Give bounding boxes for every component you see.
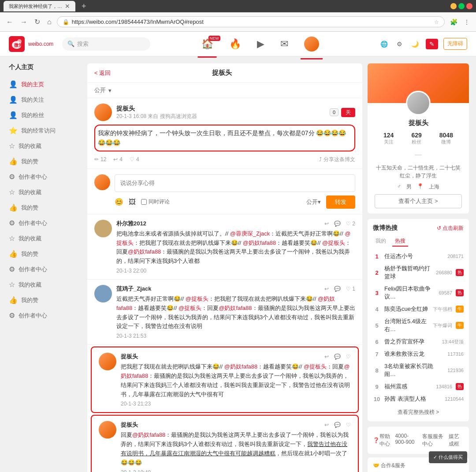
home-btn[interactable]: ⌂ bbox=[45, 16, 53, 28]
image-btn[interactable]: 🖼 bbox=[129, 198, 136, 206]
sidebar-item-collect4[interactable]: ☆ 我的收藏 bbox=[7, 277, 82, 292]
user-stat-weibo[interactable]: 8048 微博 bbox=[439, 132, 453, 145]
comment-stat[interactable]: ✏ 12 bbox=[94, 156, 106, 163]
reply-comment-4[interactable]: 💬 bbox=[334, 422, 341, 428]
view-profile-btn[interactable]: 查看个人主页 > bbox=[375, 194, 462, 208]
reply-mention-4a[interactable]: @奶奴fafa88 bbox=[132, 431, 165, 438]
post-username[interactable]: 捉板头 bbox=[116, 105, 197, 113]
emoji-btn[interactable]: 😊 bbox=[115, 198, 123, 206]
back-nav-btn[interactable]: ← bbox=[4, 16, 15, 28]
reply-mention-1a[interactable]: @蓉庚琛_Zjack bbox=[230, 230, 270, 237]
reply-username-4[interactable]: 捉板头 bbox=[121, 421, 138, 429]
sidebar-item-my-home[interactable]: 👤 我的主页 bbox=[7, 77, 82, 92]
sidebar-item-creator4[interactable]: ⚙ 创作者中心 bbox=[7, 308, 82, 323]
reply-like-3[interactable]: ♡ bbox=[346, 354, 351, 360]
reply-comment-3[interactable]: 💬 bbox=[334, 354, 341, 360]
nav-mail[interactable]: ✉ bbox=[277, 38, 292, 50]
follow-btn[interactable]: 关 bbox=[341, 108, 355, 117]
header-avatar[interactable] bbox=[304, 37, 319, 52]
list-item[interactable]: 2 杨舒予魏哲鸣约打篮球 266880 热 bbox=[373, 262, 464, 283]
tab-close-btn[interactable]: ✕ bbox=[65, 3, 70, 10]
hot-tab-mine[interactable]: 我的 bbox=[373, 236, 389, 247]
reply-repost-2[interactable]: ↩ bbox=[324, 286, 329, 292]
sidebar-item-collect2[interactable]: ☆ 我的收藏 bbox=[7, 184, 82, 200]
address-bar[interactable]: 🔒 ☆ bbox=[57, 16, 445, 27]
back-button[interactable]: < 返回 bbox=[94, 69, 111, 77]
privacy-selector[interactable]: 公开 ▾ bbox=[87, 83, 362, 98]
list-item[interactable]: 1 任运杰小号 208171 bbox=[373, 250, 464, 262]
nav-video[interactable]: ▶ bbox=[253, 38, 268, 50]
browser-tab[interactable]: 我家的钟发神经病了，… ✕ bbox=[4, 1, 75, 11]
sidebar-item-collect3[interactable]: ☆ 我的收藏 bbox=[7, 231, 82, 246]
share-btn[interactable]: ⤴ 分享这条博文 bbox=[319, 156, 355, 163]
reply-comment-1[interactable]: 💬 bbox=[334, 221, 341, 227]
close-btn[interactable] bbox=[466, 3, 472, 9]
reply-mention-3a[interactable]: @奶奴fafa88 bbox=[224, 363, 257, 370]
theme-btn[interactable]: 🌐 bbox=[379, 39, 390, 49]
settings-btn[interactable]: ⋮ bbox=[462, 17, 472, 27]
extensions-btn[interactable]: 🧩 bbox=[448, 17, 459, 27]
list-item[interactable]: 4 陈奕迅cue全红婵 下午强档 午 bbox=[373, 303, 464, 315]
refresh-hot-btn[interactable]: ↺ 点击刷新 bbox=[437, 225, 464, 232]
reply-mention-1e[interactable]: @奶奴fafa88 bbox=[128, 248, 161, 255]
sidebar-item-my-fans[interactable]: 👤 我的粉丝 bbox=[7, 107, 82, 123]
maximize-btn[interactable] bbox=[458, 3, 465, 9]
privacy-select-dropdown[interactable]: 公开▾ bbox=[306, 198, 321, 206]
sync-comment-label[interactable]: 同时评论 bbox=[141, 198, 170, 206]
list-item[interactable]: 3 Felix因日本歌曲争议… 69587 热 bbox=[373, 283, 464, 303]
sidebar-item-creator3[interactable]: ⚙ 创作者中心 bbox=[7, 262, 82, 277]
nav-profile[interactable] bbox=[301, 37, 323, 52]
sidebar-item-frequent[interactable]: ⭐ 我的经常访问 bbox=[7, 123, 82, 138]
sidebar-item-like4[interactable]: 👍 我的赞 bbox=[7, 292, 82, 308]
help-media[interactable]: 媒艺成框 bbox=[449, 433, 464, 448]
reply-repost-4[interactable]: ↩ bbox=[324, 422, 329, 428]
settings-icon-btn[interactable]: ⚙ bbox=[395, 39, 404, 49]
reply-like-2[interactable]: ♡ 1 bbox=[346, 286, 355, 292]
help-phone[interactable]: 4000-900-900 bbox=[395, 433, 419, 448]
weibo-logo[interactable]: 微博 weibo.com bbox=[9, 36, 53, 52]
reply-repost-3[interactable]: ↩ bbox=[324, 354, 329, 360]
sync-comment-checkbox[interactable] bbox=[141, 199, 147, 205]
like-stat[interactable]: ♡ 4 bbox=[130, 156, 139, 163]
nav-home[interactable]: 🏠 NEW bbox=[198, 38, 217, 50]
list-item[interactable]: 5 台湾附近5.4级左右… 下午爆词 午 bbox=[373, 315, 464, 336]
hot-tab-trending[interactable]: 热搜 bbox=[392, 236, 408, 247]
reply-mention-2d[interactable]: @奶奴fafa88 bbox=[219, 305, 252, 311]
new-tab-btn[interactable]: + bbox=[79, 2, 89, 11]
help-customer[interactable]: 客服服务中心 bbox=[422, 433, 445, 448]
list-item[interactable]: 9 福州震感 134816 热 bbox=[373, 380, 464, 393]
comment-input[interactable] bbox=[115, 174, 355, 192]
list-item[interactable]: 10 孙茜 表演型人格 1210544 bbox=[373, 393, 464, 405]
repost-submit-btn[interactable]: 转发 bbox=[326, 195, 355, 209]
sidebar-item-collect1[interactable]: ☆ 我的收藏 bbox=[7, 138, 82, 154]
reply-like-1[interactable]: ♡ 2 bbox=[346, 221, 355, 227]
publish-btn[interactable]: ✎ bbox=[426, 39, 438, 49]
reply-username-3[interactable]: 捉板头 bbox=[121, 353, 138, 361]
list-item[interactable]: 8 3名幼童被家长罚跪闹… 121936 bbox=[373, 360, 464, 380]
sidebar-item-creator1[interactable]: ⚙ 创作者中心 bbox=[7, 169, 82, 184]
sidebar-item-my-follow[interactable]: 👤 我的关注 bbox=[7, 92, 82, 107]
list-item[interactable]: 7 谁来救救张云龙 117316 bbox=[373, 348, 464, 360]
reply-mention-3b[interactable]: @捉板头 bbox=[304, 363, 327, 370]
reply-like-4[interactable]: ♡ bbox=[346, 422, 351, 428]
url-input[interactable] bbox=[72, 18, 431, 25]
reply-comment-2[interactable]: 💬 bbox=[334, 286, 341, 292]
user-stat-fans[interactable]: 629 粉丝 bbox=[411, 132, 421, 145]
sidebar-item-creator2[interactable]: ⚙ 创作者中心 bbox=[7, 215, 82, 231]
sidebar-item-like1[interactable]: 👍 我的赞 bbox=[7, 154, 82, 169]
search-box[interactable]: 🔍 搜索 bbox=[62, 37, 150, 51]
reply-repost-1[interactable]: ↩ bbox=[324, 221, 329, 227]
forward-nav-btn[interactable]: → bbox=[19, 16, 29, 28]
reply-mention-1c[interactable]: @奶奴fafa88 bbox=[243, 240, 276, 246]
reply-mention-2c[interactable]: @捉板头 bbox=[178, 305, 201, 311]
sidebar-item-like2[interactable]: 👍 我的赞 bbox=[7, 200, 82, 215]
user-stat-follow[interactable]: 124 关注 bbox=[383, 132, 394, 145]
repost-stat[interactable]: ↩ 4 bbox=[113, 156, 123, 163]
reply-username-1[interactable]: 朴尔雅2012 bbox=[116, 220, 146, 228]
reload-btn[interactable]: ↻ bbox=[33, 16, 42, 28]
reply-mention-1d[interactable]: @捉板头 bbox=[322, 240, 345, 246]
view-all-hot-btn[interactable]: 查看完整热搜榜 > bbox=[373, 409, 464, 416]
list-item[interactable]: 6 曾之乔官宣怀孕 13:44登顶 bbox=[373, 336, 464, 348]
night-mode-btn[interactable]: 🌙 bbox=[409, 39, 420, 49]
nav-hot[interactable]: 🔥 bbox=[226, 38, 245, 50]
